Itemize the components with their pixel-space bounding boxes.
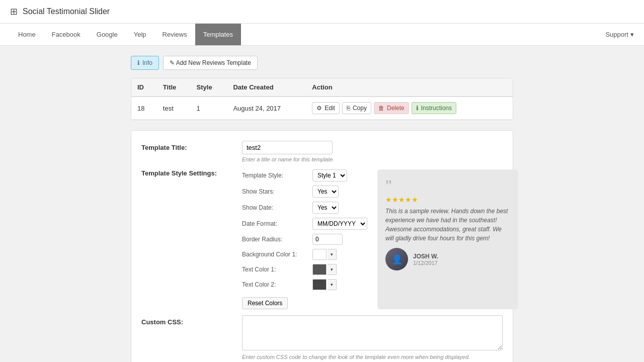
reviewer-date: 1/12/2017 xyxy=(413,260,438,266)
nav-links: Home Facebook Google Yelp Reviews Templa… xyxy=(10,24,241,45)
avatar-placeholder: 👤 xyxy=(385,248,408,270)
bg-color-dropdown[interactable]: ▾ xyxy=(328,249,337,260)
template-title-input[interactable] xyxy=(242,141,333,154)
bg-color-swatch[interactable] xyxy=(312,249,327,260)
quote-mark: " xyxy=(385,177,510,194)
show-stars-control: Yes No xyxy=(312,186,367,198)
text-color1-control: ▾ xyxy=(312,264,367,275)
preview-review-text: This is a sample review. Hands down the … xyxy=(385,207,510,243)
show-stars-field: Show Stars: Yes No xyxy=(242,186,367,198)
template-style-settings-row: Template Style Settings: Template Style:… xyxy=(141,169,503,309)
template-style-select[interactable]: Style 1 Style 2 Style 3 xyxy=(312,169,347,182)
template-title-hint: Enter a title or name for this template. xyxy=(242,156,503,162)
nav-google[interactable]: Google xyxy=(89,24,126,45)
nav-reviews[interactable]: Reviews xyxy=(154,24,195,45)
app-title: Social Testimonial Slider xyxy=(23,7,110,16)
template-style-field-label: Template Style: xyxy=(242,172,312,179)
avatar: 👤 xyxy=(385,248,408,270)
nav-bar: Home Facebook Google Yelp Reviews Templa… xyxy=(0,24,644,46)
custom-css-row: Custom CSS: Enter custom CSS code to cha… xyxy=(141,315,503,362)
app-icon: ⊞ xyxy=(10,6,18,17)
nav-yelp[interactable]: Yelp xyxy=(126,24,154,45)
text-color2-field: Text Color 2: ▾ xyxy=(242,279,367,290)
custom-css-hint: Enter custom CSS code to change the look… xyxy=(242,354,503,360)
reviewer-details: JOSH W. 1/12/2017 xyxy=(413,253,438,266)
bg-color-control: ▾ xyxy=(312,249,367,260)
main-content: ℹ Info ✎ Add New Reviews Template ID Tit… xyxy=(121,46,523,362)
template-title-control: Enter a title or name for this template. xyxy=(242,141,503,162)
col-id: ID xyxy=(131,78,157,97)
delete-button[interactable]: 🗑 Delete xyxy=(374,102,409,114)
row-title: test xyxy=(157,97,191,120)
text-color1-label: Text Color 1: xyxy=(242,266,312,273)
show-date-field: Show Date: Yes No xyxy=(242,202,367,214)
text-color2-swatch[interactable] xyxy=(312,279,327,290)
custom-css-control: Enter custom CSS code to change the look… xyxy=(242,315,503,362)
form-section: Template Title: Enter a title or name fo… xyxy=(131,130,513,362)
text-color1-dropdown[interactable]: ▾ xyxy=(328,264,337,275)
border-radius-input[interactable] xyxy=(312,234,343,245)
copy-button[interactable]: ⎘ Copy xyxy=(342,102,371,114)
text-color2-label: Text Color 2: xyxy=(242,281,312,288)
row-style: 1 xyxy=(191,97,227,120)
trash-icon: 🗑 xyxy=(378,105,384,112)
nav-facebook[interactable]: Facebook xyxy=(44,24,89,45)
date-format-select[interactable]: MM/DD/YYYY DD/MM/YYYY YYYY/MM/DD xyxy=(312,218,367,230)
custom-css-label: Custom CSS: xyxy=(141,315,242,326)
border-radius-control xyxy=(312,234,367,245)
bg-color-picker: ▾ xyxy=(312,249,367,260)
bg-color-label: Background Color 1: xyxy=(242,251,312,258)
top-bar: ⊞ Social Testimonial Slider xyxy=(0,0,644,24)
template-style-field: Template Style: Style 1 Style 2 Style 3 xyxy=(242,169,367,182)
data-table: ID Title Style Date Created Action 18 te… xyxy=(131,78,513,120)
show-date-select[interactable]: Yes No xyxy=(312,202,339,214)
info-circle-icon: ℹ xyxy=(416,105,419,112)
settings-content: Template Style: Style 1 Style 2 Style 3 … xyxy=(242,169,518,309)
table-container: ID Title Style Date Created Action 18 te… xyxy=(131,78,513,120)
show-stars-select[interactable]: Yes No xyxy=(312,186,339,198)
info-icon: ℹ xyxy=(137,59,140,66)
preview-stars: ★★★★★ xyxy=(385,196,510,204)
nav-home[interactable]: Home xyxy=(10,24,44,45)
col-action: Action xyxy=(306,78,513,97)
show-date-control: Yes No xyxy=(312,202,367,214)
show-date-label: Show Date: xyxy=(242,204,312,211)
template-title-row: Template Title: Enter a title or name fo… xyxy=(141,141,503,162)
custom-css-textarea[interactable] xyxy=(242,315,503,350)
col-style: Style xyxy=(191,78,227,97)
text-color1-field: Text Color 1: ▾ xyxy=(242,264,367,275)
instructions-button[interactable]: ℹ Instructions xyxy=(412,102,456,114)
reviewer-name: JOSH W. xyxy=(413,253,438,260)
nav-support[interactable]: Support ▾ xyxy=(605,31,634,38)
copy-icon: ⎘ xyxy=(347,105,350,112)
text-color1-swatch[interactable] xyxy=(312,264,327,275)
table-row: 18 test 1 August 24, 2017 ⚙ Edit ⎘ Co xyxy=(131,97,513,120)
settings-label: Template Style Settings: xyxy=(141,169,242,177)
template-style-control: Style 1 Style 2 Style 3 xyxy=(312,169,367,182)
date-format-field: Date Format: MM/DD/YYYY DD/MM/YYYY YYYY/… xyxy=(242,218,367,230)
template-title-label: Template Title: xyxy=(141,141,242,151)
support-dropdown-icon: ▾ xyxy=(630,31,634,38)
support-label: Support xyxy=(605,31,628,38)
add-template-button[interactable]: ✎ Add New Reviews Template xyxy=(163,56,258,70)
text-color2-picker: ▾ xyxy=(312,279,367,290)
gear-icon: ⚙ xyxy=(316,105,322,112)
action-row: ℹ Info ✎ Add New Reviews Template xyxy=(131,56,513,70)
edit-button[interactable]: ⚙ Edit xyxy=(312,102,340,114)
show-stars-label: Show Stars: xyxy=(242,188,312,195)
settings-fields: Template Style: Style 1 Style 2 Style 3 … xyxy=(242,169,367,309)
nav-templates[interactable]: Templates xyxy=(195,24,241,45)
preview-card: " ★★★★★ This is a sample review. Hands d… xyxy=(377,169,518,309)
row-id: 18 xyxy=(131,97,157,120)
text-color2-dropdown[interactable]: ▾ xyxy=(328,279,337,290)
col-title: Title xyxy=(157,78,191,97)
date-format-label: Date Format: xyxy=(242,220,312,227)
border-radius-label: Border Radius: xyxy=(242,236,312,243)
reviewer-info: 👤 JOSH W. 1/12/2017 xyxy=(385,248,510,270)
row-date: August 24, 2017 xyxy=(227,97,306,120)
text-color2-control: ▾ xyxy=(312,279,367,290)
info-button[interactable]: ℹ Info xyxy=(131,56,159,70)
border-radius-field: Border Radius: xyxy=(242,234,367,245)
date-format-control: MM/DD/YYYY DD/MM/YYYY YYYY/MM/DD xyxy=(312,218,367,230)
reset-colors-button[interactable]: Reset Colors xyxy=(242,297,288,309)
